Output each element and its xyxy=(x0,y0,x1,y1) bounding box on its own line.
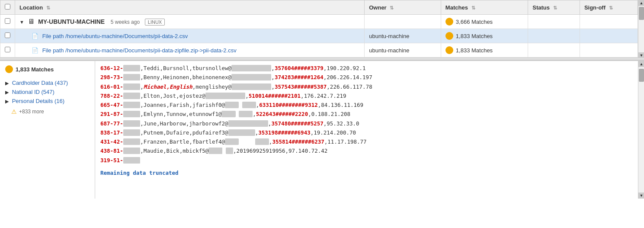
data-part: ,Franzen,Bartle,fbartlef4@ xyxy=(140,138,225,145)
data-part: █████ xyxy=(123,148,141,154)
file1-owner-cell: ubuntu-machine xyxy=(365,29,441,43)
data-part: ████████████ xyxy=(205,93,245,99)
data-part: 374283#####1264 xyxy=(275,74,324,80)
tree-item-cardholder[interactable]: ▶ Cardholder Data (437) xyxy=(5,78,90,87)
file1-signoff-cell xyxy=(580,29,638,43)
col-matches[interactable]: Matches ⇅ xyxy=(441,0,528,15)
machine-status-cell xyxy=(528,15,580,29)
data-part: 357543######5387 xyxy=(275,83,327,90)
tree-item-personal[interactable]: ▶ Personal Details (16) xyxy=(5,96,90,106)
data-part: ████ xyxy=(239,111,253,117)
data-part: █████ xyxy=(123,120,141,127)
bottom-section: 1,833 Matches ▶ Cardholder Data (437) ▶ … xyxy=(0,60,644,199)
sort-signoff-icon[interactable]: ⇅ xyxy=(609,5,613,10)
machine-icon: 🖥 xyxy=(28,18,35,25)
tree-item-national[interactable]: ▶ National ID (547) xyxy=(5,87,90,96)
right-panel[interactable]: 636-12-█████,Teddi,Bursnoll,tbursnollew@… xyxy=(95,61,638,199)
data-part: █████ xyxy=(123,157,141,164)
machine-owner-cell xyxy=(365,15,441,29)
tree-arrow-national: ▶ xyxy=(5,90,9,95)
data-part: ,206.226.14.197 xyxy=(324,74,372,80)
coin-icon-file2 xyxy=(445,46,453,54)
file1-matches-cell: 1,833 Matches xyxy=(441,29,528,43)
data-line: 431-42-█████,Franzen,Bartle,fbartlef4@██… xyxy=(100,137,633,146)
data-part: ████████████ xyxy=(231,65,271,71)
data-part: ████ xyxy=(208,148,222,154)
data-part: 357604#####3379 xyxy=(275,65,324,71)
data-part: 687-77- xyxy=(100,120,123,127)
select-all-checkbox[interactable] xyxy=(0,0,15,15)
data-part: 291-87- xyxy=(100,111,123,117)
data-part: ████████████ xyxy=(231,83,271,90)
file2-path-cell: 📄 File path /home/ubuntu-machine/Documen… xyxy=(15,43,365,58)
file1-link[interactable]: File path /home/ubuntu-machine/Documents… xyxy=(42,33,188,39)
file1-status-cell xyxy=(528,29,580,43)
data-part xyxy=(239,138,255,145)
data-part xyxy=(236,111,239,117)
data-part: ,Elton,Jost,ejostez@ xyxy=(140,93,205,99)
expand-arrow-icon[interactable]: ▼ xyxy=(19,19,24,25)
data-part: ████ xyxy=(225,138,239,145)
file-row-1: 📄 File path /home/ubuntu-machine/Documen… xyxy=(0,29,638,43)
data-part: ████ xyxy=(225,102,239,108)
data-part: 353198######6943 xyxy=(258,129,310,136)
col-owner[interactable]: Owner ⇅ xyxy=(365,0,441,15)
data-part: ████████████ xyxy=(228,120,268,127)
bottom-scrollbar[interactable]: ▲ ▼ xyxy=(638,61,644,199)
data-part: ,Joannes,Farish,jfarishf0@ xyxy=(140,102,225,108)
data-part: █████ xyxy=(123,138,141,145)
file1-path-cell: 📄 File path /home/ubuntu-machine/Documen… xyxy=(15,29,365,43)
data-part: 788-22- xyxy=(100,93,123,99)
top-scrollbar[interactable]: ▲ ▼ xyxy=(638,0,644,58)
bottom-scroll-thumb[interactable] xyxy=(639,69,644,82)
tree-arrow-personal: ▶ xyxy=(5,99,9,104)
data-part: 357480######5257 xyxy=(271,120,323,127)
data-part: 355814######6237 xyxy=(272,138,324,145)
bottom-scroll-up[interactable]: ▲ xyxy=(638,61,644,67)
machine-matches-cell: 3,666 Matches xyxy=(441,15,528,29)
data-line: 665-47-█████,Joannes,Farish,jfarishf0@██… xyxy=(100,100,633,109)
machine-row: ▼ 🖥 MY-UBUNTU-MACHINE 5 weeks ago LINUX … xyxy=(0,15,638,29)
data-line: 838-17-█████,Putnem,Dufaire,pdufairef3@█… xyxy=(100,128,633,137)
truncated-message: Remaining data truncated xyxy=(100,168,633,177)
scroll-up-btn[interactable]: ▲ xyxy=(638,0,644,6)
data-part: ,0.188.21.208 xyxy=(308,111,350,117)
col-signoff[interactable]: Sign-off ⇅ xyxy=(580,0,638,15)
data-line: 616-01-█████,Michael,English,menglishey@… xyxy=(100,82,633,91)
data-part: 616-01- xyxy=(100,83,123,90)
col-location[interactable]: Location ⇅ xyxy=(15,0,365,15)
cardholder-link[interactable]: Cardholder Data (437) xyxy=(12,80,68,86)
col-status[interactable]: Status ⇅ xyxy=(528,0,580,15)
data-part: ,84.136.11.169 xyxy=(318,102,363,108)
data-part: 665-47- xyxy=(100,102,123,108)
national-link[interactable]: National ID (547) xyxy=(12,89,54,95)
data-line: 291-87-█████,Emlynn,Tunnow,etunnowf1@███… xyxy=(100,109,633,119)
data-part: ,201969925919956,97.140.72.42 xyxy=(233,148,327,154)
machine-location-cell: ▼ 🖥 MY-UBUNTU-MACHINE 5 weeks ago LINUX xyxy=(15,15,365,29)
machine-signoff-cell xyxy=(580,15,638,29)
data-part: ,Emlynn,Tunnow,etunnowf1@ xyxy=(140,111,221,117)
sort-status-icon[interactable]: ⇅ xyxy=(553,5,557,10)
data-part: ,Putnem,Dufaire,pdufairef3@ xyxy=(140,129,228,136)
data-part: ,Maudie,Bick,mbickf5@ xyxy=(140,148,208,154)
data-line: 636-12-█████,Teddi,Bursnoll,tbursnollew@… xyxy=(100,64,633,73)
sort-owner-icon[interactable]: ⇅ xyxy=(390,5,394,10)
machine-checkbox[interactable] xyxy=(0,15,15,29)
data-part: █████ xyxy=(123,93,141,99)
data-part: 522643######2220 xyxy=(256,111,308,117)
data-part: Michael,English xyxy=(144,83,192,90)
data-part: █████ xyxy=(123,83,141,90)
file1-checkbox[interactable] xyxy=(0,29,15,43)
scroll-down-btn[interactable]: ▼ xyxy=(638,52,644,58)
file2-link[interactable]: File path /home/ubuntu-machine/Documents… xyxy=(42,47,237,54)
data-part: ████ xyxy=(255,138,269,145)
sort-matches-icon[interactable]: ⇅ xyxy=(471,5,475,10)
bottom-scroll-down[interactable]: ▼ xyxy=(638,193,644,199)
data-part: 838-17- xyxy=(100,129,123,136)
personal-link[interactable]: Personal Details (16) xyxy=(12,98,64,104)
sort-location-icon[interactable]: ⇅ xyxy=(46,5,50,10)
data-part: , xyxy=(271,65,275,71)
scroll-thumb-top[interactable] xyxy=(639,7,644,20)
data-part: ,19.214.200.70 xyxy=(311,129,356,136)
file2-checkbox[interactable] xyxy=(0,43,15,58)
